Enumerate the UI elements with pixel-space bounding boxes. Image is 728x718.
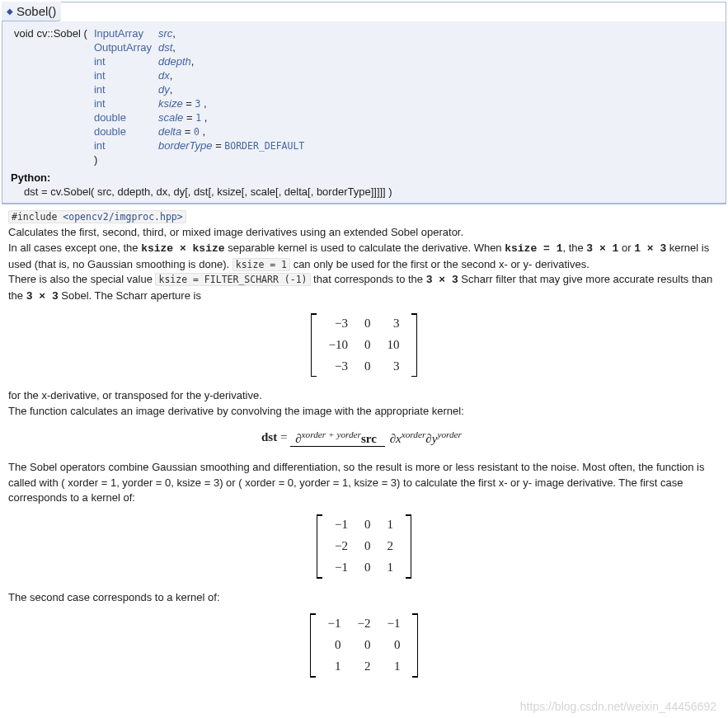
- include-directive: #include <opencv2/imgproc.hpp>: [8, 210, 186, 223]
- desc-line: There is also the special value ksize = …: [8, 272, 720, 305]
- cpp-signature: void cv::Sobel (InputArraysrc,OutputArra…: [11, 26, 308, 167]
- member-header: ◆ Sobel(): [2, 2, 61, 21]
- python-signature: dst = cv.Sobel( src, ddepth, dx, dy[, ds…: [11, 185, 717, 198]
- desc-line: The second case corresponds to a kernel …: [8, 590, 720, 606]
- python-label: Python:: [11, 171, 717, 184]
- code-filter-scharr: ksize = FILTER_SCHARR (-1): [155, 273, 310, 286]
- code-ksize1: ksize = 1: [232, 258, 290, 271]
- anchor-icon[interactable]: ◆: [7, 7, 13, 16]
- derivative-formula: dst = ∂xorder + yordersrc ∂xxorder∂yyord…: [8, 428, 720, 448]
- sobel-x-matrix: −101−202−101: [8, 514, 720, 578]
- scharr-matrix: −303−10010−303: [8, 313, 720, 377]
- watermark: https://blog.csdn.net/weixin_44456692: [520, 700, 716, 713]
- desc-line: The function calculates an image derivat…: [8, 404, 720, 420]
- function-title: Sobel(): [16, 4, 56, 18]
- sobel-y-matrix: −1−2−1000121: [8, 613, 720, 677]
- desc-line: In all cases except one, the ksize × ksi…: [8, 241, 720, 273]
- desc-line: The Sobel operators combine Gaussian smo…: [8, 460, 720, 507]
- prototype-box: void cv::Sobel (InputArraysrc,OutputArra…: [2, 21, 726, 204]
- description: #include <opencv2/imgproc.hpp> Calculate…: [2, 206, 726, 696]
- desc-line: for the x-derivative, or transposed for …: [8, 388, 720, 404]
- member-item: ◆ Sobel() void cv::Sobel (InputArraysrc,…: [2, 2, 726, 204]
- desc-line: Calculates the first, second, third, or …: [8, 225, 720, 241]
